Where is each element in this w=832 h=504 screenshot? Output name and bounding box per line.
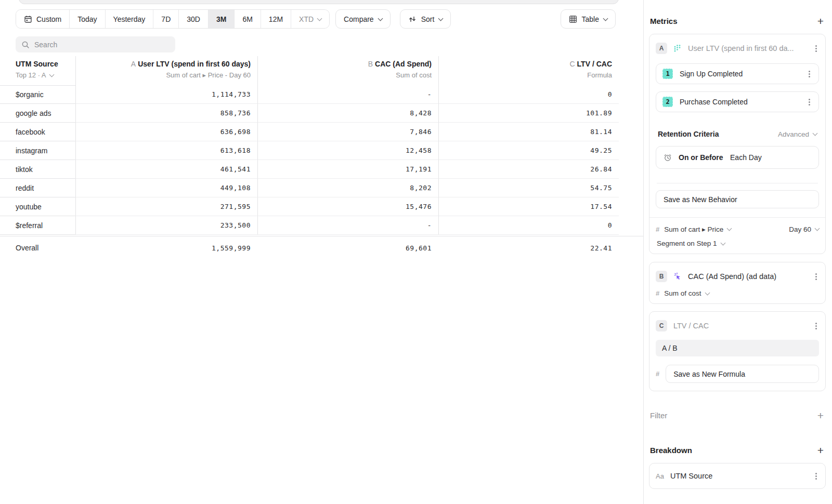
metric-b-header: B CAC (Ad Spend) (ad data) — [656, 269, 819, 284]
date-preset-label: 7D — [161, 15, 171, 23]
row-value-c: 0 — [438, 85, 619, 104]
date-preset-xtd[interactable]: XTD — [291, 10, 329, 28]
breakdown-table: UTM Source Top 12 · A AUser LTV (spend i… — [0, 56, 644, 259]
breakdown-item-menu-icon[interactable] — [815, 475, 817, 477]
metric-a-header: A User LTV (spend in first 60 da... — [656, 41, 819, 56]
date-preset-label: 6M — [242, 15, 252, 23]
metric-b-menu-icon[interactable] — [815, 276, 817, 277]
date-preset-yesterday[interactable]: Yesterday — [106, 10, 154, 28]
retention-criteria-header: Retention Criteria Advanced — [656, 130, 819, 138]
save-formula-button[interactable]: Save as New Formula — [666, 365, 819, 383]
row-value-b: 15,476 — [257, 197, 438, 216]
chevron-down-icon — [317, 16, 322, 21]
row-source-label: $referral — [0, 216, 75, 235]
behavior-interval: Each Day — [730, 153, 762, 162]
search-input[interactable] — [34, 41, 170, 49]
column-header-a[interactable]: AUser LTV (spend in first 60 days) Sum o… — [75, 56, 257, 85]
chart-panel-edge — [19, 0, 619, 4]
metric-b-title: CAC (Ad Spend) (ad data) — [688, 272, 807, 281]
metric-b-badge: B — [656, 271, 667, 282]
metric-b-property-row: # Sum of cost — [656, 289, 819, 297]
table-row[interactable]: youtube271,59515,47617.54 — [0, 197, 644, 216]
date-preset-group: CustomTodayYesterday7D30D3M6M12MXTD — [16, 9, 330, 29]
search-field[interactable] — [16, 36, 175, 52]
metric-a-menu-icon[interactable] — [815, 48, 817, 49]
add-filter-button[interactable]: + — [817, 412, 824, 420]
chevron-down-icon — [378, 16, 383, 21]
metric-c-menu-icon[interactable] — [815, 325, 817, 327]
table-row[interactable]: instagram613,61812,45849.25 — [0, 141, 644, 160]
date-preset-7d[interactable]: 7D — [153, 10, 179, 28]
property-selector[interactable]: Sum of cost — [664, 289, 709, 297]
row-value-c: 26.84 — [438, 160, 619, 179]
row-source-label: google ads — [0, 104, 75, 123]
window-selector[interactable]: Day 60 — [789, 226, 819, 233]
behavioral-metric-icon — [673, 44, 682, 52]
overall-row: Overall 1,559,999 69,601 22.41 — [0, 236, 644, 259]
row-source-label: instagram — [0, 141, 75, 160]
row-header-cell[interactable]: UTM Source Top 12 · A — [0, 56, 75, 85]
add-breakdown-button[interactable]: + — [817, 446, 824, 455]
row-limit-control[interactable]: Top 12 · A — [16, 71, 75, 79]
save-behavior-button[interactable]: Save as New Behavior — [656, 190, 819, 208]
string-property-icon: Aa — [656, 472, 664, 480]
compare-button[interactable]: Compare — [335, 9, 391, 29]
date-preset-label: Yesterday — [113, 15, 146, 23]
date-preset-label: Today — [77, 15, 97, 23]
row-value-b: - — [257, 216, 438, 235]
table-row[interactable]: $referral233,500-0 — [0, 216, 644, 235]
segment-on-step-selector[interactable]: Segment on Step 1 — [656, 240, 819, 247]
metrics-header: Metrics + — [649, 17, 826, 25]
row-header-title: UTM Source — [16, 60, 75, 68]
row-value-a: 461,541 — [75, 160, 257, 179]
row-value-a: 636,698 — [75, 123, 257, 141]
formula-input[interactable]: A / B — [656, 340, 819, 356]
step-2[interactable]: 2 Purchase Completed — [656, 91, 819, 112]
retention-behavior-selector[interactable]: On or Before Each Day — [656, 146, 819, 169]
table-row[interactable]: reddit449,1088,20254.75 — [0, 179, 644, 197]
table-row[interactable]: tiktok461,54117,19126.84 — [0, 160, 644, 179]
view-selector-button[interactable]: Table — [561, 9, 616, 29]
sort-arrows-icon — [408, 15, 417, 23]
table-header-row: UTM Source Top 12 · A AUser LTV (spend i… — [0, 56, 644, 85]
metric-card-a[interactable]: A User LTV (spend in first 60 da... 1 Si… — [649, 34, 826, 254]
date-preset-3m[interactable]: 3M — [209, 10, 235, 28]
metric-card-c[interactable]: C LTV / CAC A / B # Save as New Formula — [649, 311, 826, 391]
column-header-b[interactable]: BCAC (Ad Spend) Sum of cost — [257, 56, 438, 85]
breakdown-item-utm-source[interactable]: Aa UTM Source — [649, 463, 826, 489]
row-value-c: 49.25 — [438, 141, 619, 160]
row-value-b: 12,458 — [257, 141, 438, 160]
row-value-c: 54.75 — [438, 179, 619, 197]
add-metric-button[interactable]: + — [817, 17, 824, 25]
date-preset-label: XTD — [299, 15, 314, 23]
step-1-menu-icon[interactable] — [809, 73, 810, 75]
metric-c-header: C LTV / CAC — [656, 318, 819, 334]
date-preset-12m[interactable]: 12M — [261, 10, 291, 28]
ad-data-spark-icon — [673, 272, 682, 281]
step-2-menu-icon[interactable] — [809, 101, 810, 103]
overall-value-c: 22.41 — [438, 236, 619, 259]
table-row[interactable]: google ads858,7368,428101.89 — [0, 104, 644, 123]
table-row[interactable]: facebook636,6987,84681.14 — [0, 123, 644, 141]
breakdown-item-label: UTM Source — [670, 472, 807, 480]
date-preset-30d[interactable]: 30D — [179, 10, 209, 28]
date-preset-custom[interactable]: Custom — [16, 10, 70, 28]
property-selector[interactable]: Sum of cart ▸ Price — [664, 225, 731, 233]
table-row[interactable]: $organic1,114,733-0 — [0, 85, 644, 104]
row-source-label: $organic — [0, 85, 75, 104]
row-value-c: 81.14 — [438, 123, 619, 141]
row-source-label: youtube — [0, 197, 75, 216]
column-header-c[interactable]: CLTV / CAC Formula — [438, 56, 619, 85]
step-1[interactable]: 1 Sign Up Completed — [656, 63, 819, 84]
sort-button[interactable]: Sort — [400, 9, 451, 29]
date-preset-today[interactable]: Today — [70, 10, 105, 28]
advanced-dropdown[interactable]: Advanced — [778, 130, 817, 138]
row-value-b: 8,428 — [257, 104, 438, 123]
date-preset-6m[interactable]: 6M — [235, 10, 261, 28]
metric-card-b[interactable]: B CAC (Ad Spend) (ad data) # Sum of cost — [649, 262, 826, 304]
sort-label: Sort — [421, 15, 435, 23]
metrics-title: Metrics — [650, 17, 678, 25]
metric-a-property-row: # Sum of cart ▸ Price Day 60 — [656, 225, 819, 233]
metric-c-title: LTV / CAC — [673, 322, 807, 330]
overall-value-b: 69,601 — [257, 236, 438, 259]
